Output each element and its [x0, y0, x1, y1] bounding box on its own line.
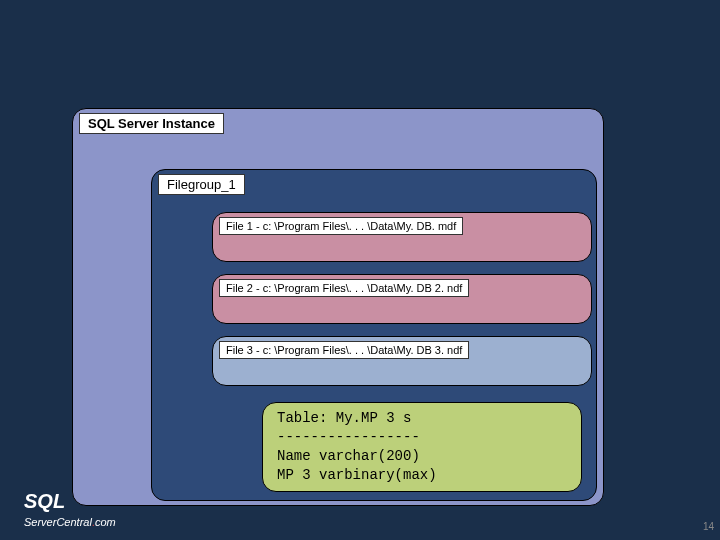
table-line-4: MP 3 varbinary(max)	[277, 466, 567, 485]
file-box-1: File 1 - c: \Program Files\. . . \Data\M…	[212, 212, 592, 262]
table-line-3: Name varchar(200)	[277, 447, 567, 466]
table-line-1: Table: My.MP 3 s	[277, 409, 567, 428]
file-box-2: File 2 - c: \Program Files\. . . \Data\M…	[212, 274, 592, 324]
sql-server-instance-label: SQL Server Instance	[79, 113, 224, 134]
logo-sub-suffix: com	[95, 516, 116, 528]
logo-main: SQL	[24, 490, 65, 512]
file-3-label: File 3 - c: \Program Files\. . . \Data\M…	[219, 341, 469, 359]
filegroup-box: Filegroup_1 File 1 - c: \Program Files\.…	[151, 169, 597, 501]
logo-sub-prefix: ServerCentral	[24, 516, 92, 528]
file-2-label: File 2 - c: \Program Files\. . . \Data\M…	[219, 279, 469, 297]
table-line-2: -----------------	[277, 428, 567, 447]
table-definition-box: Table: My.MP 3 s ----------------- Name …	[262, 402, 582, 492]
sql-server-instance-box: SQL Server Instance Filegroup_1 File 1 -…	[72, 108, 604, 506]
page-number: 14	[703, 521, 714, 532]
file-1-label: File 1 - c: \Program Files\. . . \Data\M…	[219, 217, 463, 235]
file-box-3: File 3 - c: \Program Files\. . . \Data\M…	[212, 336, 592, 386]
sqlservercentral-logo: SQL ServerCentral.com	[24, 492, 116, 528]
filegroup-label: Filegroup_1	[158, 174, 245, 195]
